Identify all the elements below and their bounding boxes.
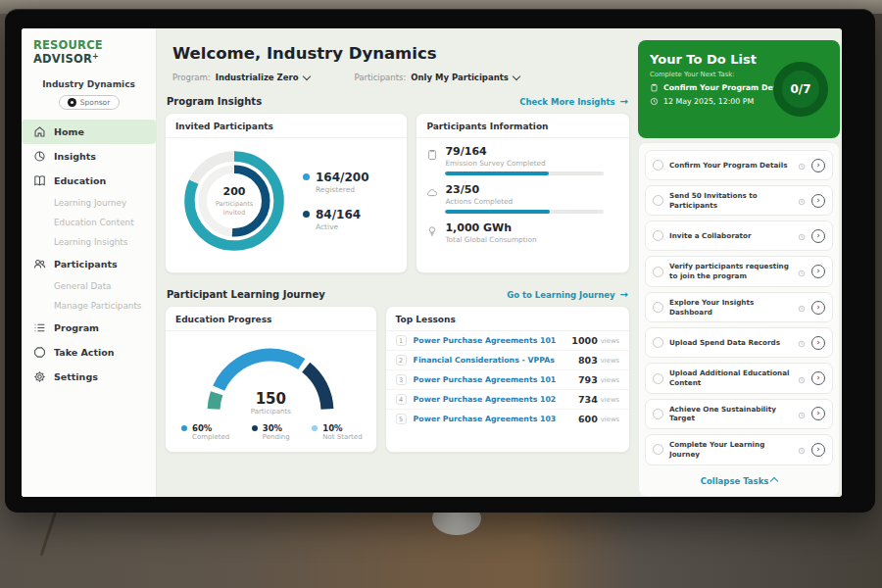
org-name: Industry Dynamics bbox=[22, 79, 156, 89]
task-checkbox[interactable] bbox=[653, 267, 663, 277]
lesson-link[interactable]: Power Purchase Agreements 102 bbox=[414, 395, 578, 404]
card-title: Education Progress bbox=[166, 307, 376, 331]
task-open-button[interactable]: › bbox=[811, 265, 825, 278]
legend-pending: 30%Pending bbox=[252, 423, 290, 441]
clock-icon bbox=[798, 440, 806, 459]
task-checkbox[interactable] bbox=[653, 337, 663, 348]
survey-icon bbox=[426, 149, 438, 161]
todo-progress-ring: 0/7 bbox=[773, 62, 828, 117]
clock-icon bbox=[798, 156, 806, 174]
todo-hero-panel: Your To Do List Complete Your Next Task:… bbox=[638, 40, 840, 138]
task-open-button[interactable]: › bbox=[811, 407, 825, 420]
sidebar-item-manage-participants[interactable]: Manage Participants bbox=[22, 296, 156, 316]
stat-actions-completed: 23/50 Actions Completed bbox=[426, 183, 617, 214]
collapse-tasks-link[interactable]: Collapse Tasks bbox=[645, 470, 833, 492]
top-lessons-card: Top Lessons 1 Power Purchase Agreements … bbox=[385, 306, 630, 453]
lesson-link[interactable]: Power Purchase Agreements 101 bbox=[414, 375, 578, 384]
task-checkbox[interactable] bbox=[653, 444, 663, 455]
lesson-row[interactable]: 2 Financial Considerations - VPPAs 803 v… bbox=[386, 351, 629, 370]
invited-total: 200 bbox=[223, 185, 246, 198]
task-checkbox[interactable] bbox=[653, 160, 663, 171]
task-open-button[interactable]: › bbox=[811, 194, 825, 208]
clock-icon bbox=[798, 191, 806, 210]
clock-icon bbox=[798, 369, 806, 388]
task-row-explore-insights[interactable]: Explore Your Insights Dashboard › bbox=[645, 292, 833, 322]
task-checkbox[interactable] bbox=[653, 373, 663, 384]
legend-dot bbox=[312, 425, 318, 431]
task-row-verify-participants[interactable]: Verify participants requesting to join t… bbox=[645, 256, 833, 286]
book-icon bbox=[33, 174, 46, 187]
legend-not-started: 10%Not Started bbox=[312, 423, 362, 441]
task-checkbox[interactable] bbox=[653, 230, 663, 241]
lesson-row[interactable]: 1 Power Purchase Agreements 101 1000 vie… bbox=[386, 331, 629, 351]
page-title: Welcome, Industry Dynamics bbox=[172, 44, 630, 63]
sidebar-item-education-content[interactable]: Education Content bbox=[22, 213, 156, 232]
participants-dropdown[interactable]: Participants: Only My Participants bbox=[355, 73, 519, 82]
lesson-row[interactable]: 4 Power Purchase Agreements 102 734 view… bbox=[386, 390, 629, 410]
participants-information-card: Participants Information 79/164 Emission… bbox=[416, 113, 630, 273]
task-row-upload-spend-data[interactable]: Upload Spend Data Records › bbox=[645, 327, 833, 358]
task-open-button[interactable]: › bbox=[811, 229, 825, 243]
sidebar-item-program[interactable]: Program bbox=[22, 316, 156, 340]
legend-registered: 164/200 Registered bbox=[303, 171, 368, 194]
rank-badge: 4 bbox=[396, 394, 407, 405]
arrow-right-icon: → bbox=[620, 96, 628, 107]
lesson-link[interactable]: Power Purchase Agreements 101 bbox=[414, 336, 572, 345]
chevron-down-icon bbox=[513, 72, 520, 79]
sidebar-item-learning-journey[interactable]: Learning Journey bbox=[22, 193, 156, 213]
learning-journey-title: Participant Learning Journey bbox=[167, 289, 325, 300]
stat-emission-survey: 79/164 Emission Survey Completed bbox=[426, 145, 617, 175]
card-title: Top Lessons bbox=[386, 307, 629, 331]
people-icon bbox=[33, 258, 46, 270]
program-dropdown[interactable]: Program: Industrialize Zero bbox=[172, 73, 310, 82]
lesson-row[interactable]: 5 Power Purchase Agreements 103 600 view… bbox=[386, 410, 629, 428]
task-open-button[interactable]: › bbox=[811, 159, 825, 172]
task-row-achieve-target[interactable]: Achieve One Sustainability Target › bbox=[645, 399, 833, 429]
insights-icon bbox=[33, 150, 46, 163]
task-checkbox[interactable] bbox=[653, 195, 663, 206]
stat-global-consumption: 1,000 GWh Total Global Consumption bbox=[426, 221, 617, 244]
sidebar-item-general-data[interactable]: General Data bbox=[22, 276, 156, 296]
task-row-send-invitations[interactable]: Send 50 Invitations to Participants › bbox=[645, 185, 833, 216]
go-to-learning-journey-link[interactable]: Go to Learning Journey → bbox=[507, 289, 628, 300]
sponsor-icon bbox=[68, 98, 76, 107]
invited-participants-card: Invited Participants 200 Participants In… bbox=[165, 113, 408, 273]
sidebar-item-insights[interactable]: Insights bbox=[22, 144, 156, 169]
actions-progress-bar bbox=[445, 210, 604, 214]
sidebar-item-home[interactable]: Home bbox=[22, 120, 156, 144]
sidebar-item-education[interactable]: Education bbox=[22, 169, 156, 193]
task-open-button[interactable]: › bbox=[811, 371, 825, 385]
chevron-down-icon bbox=[302, 72, 310, 79]
sidebar-item-learning-insights[interactable]: Learning Insights bbox=[22, 232, 156, 252]
sponsor-badge[interactable]: Sponsor bbox=[59, 95, 120, 110]
sidebar-item-settings[interactable]: Settings bbox=[22, 365, 156, 389]
legend-dot bbox=[303, 173, 310, 180]
sidebar-item-participants[interactable]: Participants bbox=[22, 252, 156, 276]
program-insights-title: Program Insights bbox=[167, 96, 262, 107]
check-more-insights-link[interactable]: Check More Insights → bbox=[519, 96, 628, 107]
task-open-button[interactable]: › bbox=[811, 443, 825, 457]
app-logo: RESOURCE ADVISOR+ bbox=[22, 38, 156, 66]
lesson-link[interactable]: Power Purchase Agreements 103 bbox=[414, 415, 578, 423]
lesson-link[interactable]: Financial Considerations - VPPAs bbox=[414, 356, 578, 365]
clock-icon bbox=[798, 298, 806, 317]
task-row-complete-learning-journey[interactable]: Complete Your Learning Journey › bbox=[645, 434, 833, 465]
main-content: Welcome, Industry Dynamics Program: Indu… bbox=[157, 28, 638, 497]
filters-row: Program: Industrialize Zero Participants… bbox=[172, 73, 630, 82]
task-open-button[interactable]: › bbox=[811, 301, 825, 315]
education-gauge-chart: 150 Participants bbox=[197, 341, 344, 416]
rank-badge: 3 bbox=[396, 374, 407, 385]
task-open-button[interactable]: › bbox=[811, 336, 825, 350]
sidebar-item-take-action[interactable]: Take Action bbox=[22, 340, 156, 365]
sidebar-nav: Home Insights Education Learning Journey… bbox=[22, 120, 156, 389]
todo-tasks-card: Confirm Your Program Details › Send 50 I… bbox=[638, 142, 840, 497]
task-row-invite-collaborator[interactable]: Invite a Collaborator › bbox=[645, 220, 833, 251]
lesson-row[interactable]: 3 Power Purchase Agreements 101 793 view… bbox=[386, 370, 629, 390]
task-row-confirm-program[interactable]: Confirm Your Program Details › bbox=[645, 150, 833, 180]
list-icon bbox=[33, 321, 46, 334]
task-checkbox[interactable] bbox=[653, 409, 663, 419]
dashboard-screen: RESOURCE ADVISOR+ Industry Dynamics Spon… bbox=[22, 28, 842, 497]
task-row-upload-educational-content[interactable]: Upload Additional Educational Content › bbox=[645, 363, 833, 393]
legend-completed: 60%Completed bbox=[181, 423, 229, 441]
task-checkbox[interactable] bbox=[653, 302, 663, 313]
